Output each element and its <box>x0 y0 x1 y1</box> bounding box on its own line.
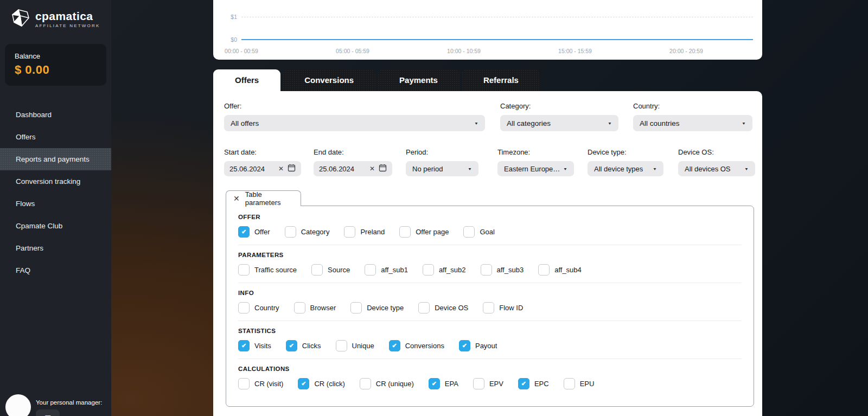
checkbox-checked-icon[interactable]: ✔ <box>298 378 309 389</box>
checkbox-option-payout[interactable]: ✔Payout <box>459 340 497 351</box>
checkbox-unchecked-icon[interactable] <box>423 264 434 276</box>
sidebar-item-faq[interactable]: FAQ <box>0 259 111 281</box>
checkbox-option-epu[interactable]: EPU <box>564 378 595 389</box>
tab-conversions[interactable]: Conversions <box>283 69 375 91</box>
x-axis: 00:00 - 00:5905:00 - 05:5910:00 - 10:591… <box>241 48 753 55</box>
checkbox-option-unique[interactable]: Unique <box>336 340 374 351</box>
checkbox-option-epv[interactable]: EPV <box>473 378 503 389</box>
checkbox-option-category[interactable]: Category <box>285 226 330 238</box>
checkbox-unchecked-icon[interactable] <box>311 264 323 276</box>
checkbox-option-flow-id[interactable]: Flow ID <box>483 302 523 313</box>
param-section-offer: OFFER✔OfferCategoryPrelandOffer pageGoal <box>238 207 742 245</box>
checkbox-option-cr-visit[interactable]: CR (visit) <box>238 378 283 389</box>
checkbox-unchecked-icon[interactable] <box>473 378 484 389</box>
checkbox-checked-icon[interactable]: ✔ <box>238 226 250 238</box>
checkbox-option-clicks[interactable]: ✔Clicks <box>286 340 321 351</box>
close-icon[interactable]: ✕ <box>233 194 240 203</box>
checkbox-unchecked-icon[interactable] <box>238 378 250 389</box>
device-os-select[interactable]: All devices OS ▼ <box>678 161 755 176</box>
checkbox-option-epc[interactable]: ✔EPC <box>518 378 549 389</box>
checkbox-option-aff-sub3[interactable]: aff_sub3 <box>481 264 524 276</box>
contact-manager-button[interactable]: ✉ <box>36 409 60 416</box>
checkbox-option-conversions[interactable]: ✔Conversions <box>389 340 444 351</box>
checkbox-option-aff-sub2[interactable]: aff_sub2 <box>423 264 466 276</box>
checkbox-unchecked-icon[interactable] <box>365 264 376 276</box>
balance-label: Balance <box>15 52 97 60</box>
checkbox-checked-icon[interactable]: ✔ <box>459 340 470 351</box>
sidebar-item-conversion-tracking[interactable]: Conversion tracking <box>0 170 111 193</box>
checkbox-option-device-os[interactable]: Device OS <box>418 302 468 313</box>
end-date-filter: End date: 25.06.2024 ✕ <box>314 148 392 176</box>
checkbox-checked-icon[interactable]: ✔ <box>429 378 440 389</box>
checkbox-checked-icon[interactable]: ✔ <box>389 340 400 351</box>
checkbox-unchecked-icon[interactable] <box>238 264 250 276</box>
country-select[interactable]: All countries ▼ <box>633 115 752 131</box>
checkbox-label: Goal <box>480 228 494 236</box>
sidebar-item-partners[interactable]: Partners <box>0 237 111 259</box>
x-axis-tick: 20:00 - 20:59 <box>669 48 703 54</box>
checkbox-unchecked-icon[interactable] <box>564 378 575 389</box>
offer-select[interactable]: All offers ▼ <box>224 115 485 131</box>
start-date-input[interactable]: 25.06.2024 ✕ <box>224 161 301 176</box>
checkbox-unchecked-icon[interactable] <box>350 302 362 313</box>
checkbox-option-cr-unique[interactable]: CR (unique) <box>360 378 414 389</box>
checkbox-option-visits[interactable]: ✔Visits <box>238 340 271 351</box>
param-options-row: CR (visit)✔CR (click)CR (unique)✔EPAEPV✔… <box>238 378 742 389</box>
checkbox-option-aff-sub4[interactable]: aff_sub4 <box>538 264 582 276</box>
checkbox-label: Clicks <box>302 342 321 350</box>
clear-icon[interactable]: ✕ <box>278 165 284 172</box>
tab-referrals[interactable]: Referrals <box>462 69 540 91</box>
checkbox-checked-icon[interactable]: ✔ <box>518 378 529 389</box>
sidebar-item-offers[interactable]: Offers <box>0 126 111 148</box>
payout-series-line <box>241 39 753 40</box>
end-date-input[interactable]: 25.06.2024 ✕ <box>314 161 392 176</box>
param-section-title: PARAMETERS <box>238 252 742 258</box>
tab-payments[interactable]: Payments <box>378 69 459 91</box>
calendar-icon[interactable] <box>288 164 296 174</box>
checkbox-checked-icon[interactable]: ✔ <box>286 340 297 351</box>
table-parameters-tab[interactable]: ✕ Table parameters <box>226 190 301 206</box>
timezone-select[interactable]: Eastern European… ▼ <box>497 161 574 176</box>
period-select-value: No period <box>412 165 443 173</box>
checkbox-option-offer-page[interactable]: Offer page <box>399 226 449 238</box>
period-select[interactable]: No period ▼ <box>406 161 478 176</box>
offers-report-panel: Offer: All offers ▼ Category: All catego… <box>213 91 762 416</box>
checkbox-option-offer[interactable]: ✔Offer <box>238 226 270 238</box>
logo[interactable]: cpamatica AFFILIATE NETWORK <box>0 0 111 30</box>
sidebar-item-dashboard[interactable]: Dashboard <box>0 104 111 126</box>
clear-icon[interactable]: ✕ <box>369 165 375 172</box>
checkbox-option-device-type[interactable]: Device type <box>350 302 404 313</box>
checkbox-unchecked-icon[interactable] <box>483 302 494 313</box>
checkbox-option-aff-sub1[interactable]: aff_sub1 <box>365 264 408 276</box>
sidebar-item-reports-and-payments[interactable]: Reports and payments <box>0 148 111 170</box>
y-axis-tick: $1 <box>220 14 237 20</box>
checkbox-unchecked-icon[interactable] <box>538 264 550 276</box>
checkbox-unchecked-icon[interactable] <box>285 226 296 238</box>
calendar-icon[interactable] <box>379 164 387 174</box>
checkbox-unchecked-icon[interactable] <box>294 302 305 313</box>
tab-offers[interactable]: Offers <box>213 69 280 91</box>
checkbox-checked-icon[interactable]: ✔ <box>238 340 250 351</box>
device-type-select[interactable]: All device types ▼ <box>588 161 663 176</box>
checkbox-unchecked-icon[interactable] <box>344 226 355 238</box>
sidebar-item-cpamate-club[interactable]: Cpamate Club <box>0 215 111 237</box>
checkbox-unchecked-icon[interactable] <box>481 264 492 276</box>
category-select[interactable]: All categories ▼ <box>500 115 618 131</box>
checkbox-option-country[interactable]: Country <box>238 302 279 313</box>
checkbox-option-browser[interactable]: Browser <box>294 302 336 313</box>
checkbox-unchecked-icon[interactable] <box>336 340 347 351</box>
sidebar-item-flows[interactable]: Flows <box>0 193 111 215</box>
checkbox-option-preland[interactable]: Preland <box>344 226 385 238</box>
checkbox-unchecked-icon[interactable] <box>238 302 250 313</box>
checkbox-unchecked-icon[interactable] <box>399 226 411 238</box>
checkbox-unchecked-icon[interactable] <box>418 302 430 313</box>
checkbox-unchecked-icon[interactable] <box>463 226 475 238</box>
checkbox-option-traffic-source[interactable]: Traffic source <box>238 264 297 276</box>
checkbox-unchecked-icon[interactable] <box>360 378 371 389</box>
checkbox-option-source[interactable]: Source <box>311 264 350 276</box>
checkbox-option-cr-click[interactable]: ✔CR (click) <box>298 378 344 389</box>
checkbox-option-epa[interactable]: ✔EPA <box>429 378 458 389</box>
checkbox-label: Visits <box>254 342 271 350</box>
checkbox-option-goal[interactable]: Goal <box>463 226 494 238</box>
checkbox-label: Traffic source <box>254 266 297 274</box>
